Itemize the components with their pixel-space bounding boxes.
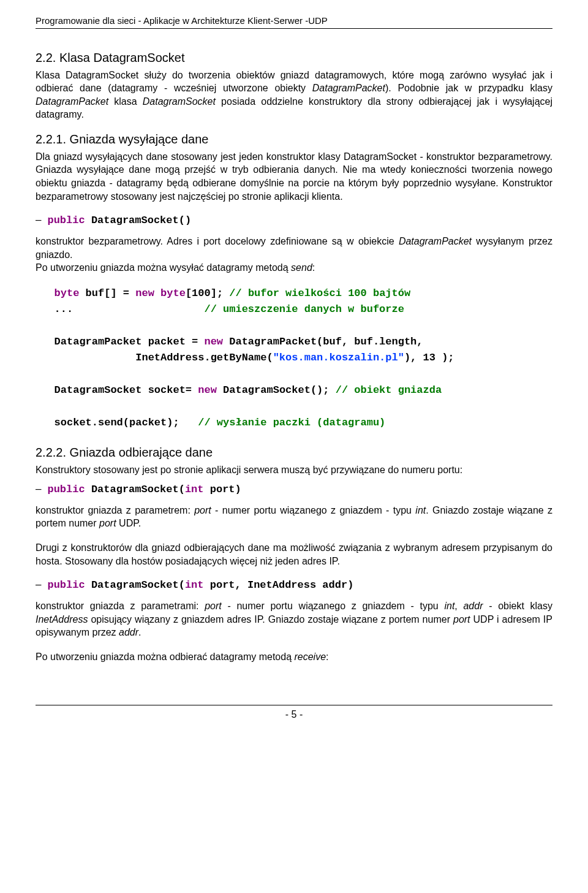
section-2-2-2-p1: Konstruktory stosowany jest po stronie a… <box>36 463 552 477</box>
signature-datagramsocket-port: –public DatagramSocket(int port) <box>36 483 552 495</box>
running-header: Programowanie dla sieci - Aplikacje w Ar… <box>36 15 552 27</box>
section-2-2-1-p2: konstruktor bezparametrowy. Adres i port… <box>36 235 552 275</box>
section-2-2-1-p1: Dla gniazd wysyłających dane stosowany j… <box>36 150 552 203</box>
header-rule <box>36 28 552 29</box>
section-2-2-p1: Klasa DatagramSocket służy do tworzenia … <box>36 69 552 121</box>
signature-datagramsocket-port-addr: –public DatagramSocket(int port, InetAdd… <box>36 579 552 591</box>
section-2-2-2-p2: konstruktor gniazda z parametrem: port -… <box>36 504 552 530</box>
code-block-send-example: byte buf[] = new byte[100]; // bufor wie… <box>36 286 552 431</box>
section-2-2-2-title: 2.2.2. Gniazda odbierające dane <box>36 446 552 460</box>
signature-datagramsocket-noarg: –public DatagramSocket() <box>36 214 552 226</box>
section-2-2-2-p5: Po utworzeniu gniazda można odbierać dat… <box>36 650 552 664</box>
page-container: Programowanie dla sieci - Aplikacje w Ar… <box>0 0 588 745</box>
section-2-2-2-p4: konstruktor gniazda z parametrami: port … <box>36 599 552 639</box>
footer-rule <box>36 705 552 705</box>
section-2-2-title: 2.2. Klasa DatagramSocket <box>36 51 552 65</box>
page-number: - 5 - <box>36 709 552 720</box>
section-2-2-1-title: 2.2.1. Gniazda wysyłające dane <box>36 132 552 146</box>
section-2-2-2-p3: Drugi z konstruktorów dla gniazd odbiera… <box>36 541 552 568</box>
